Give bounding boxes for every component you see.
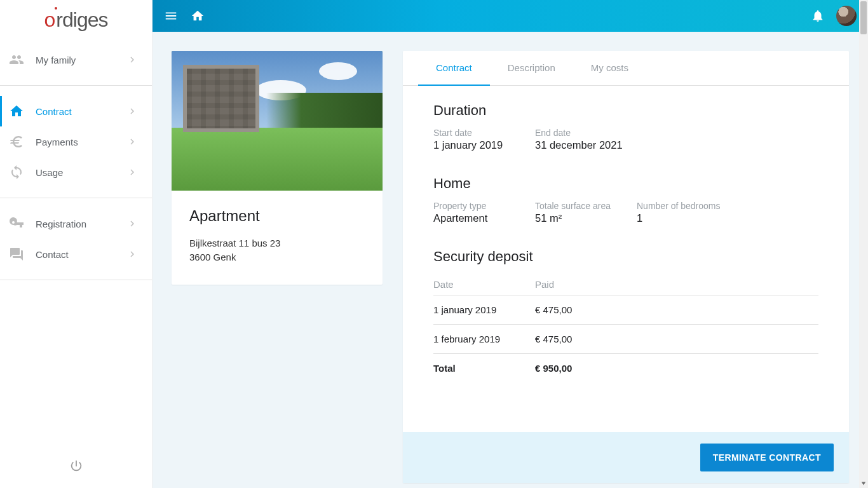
section-heading: Duration [433, 102, 818, 119]
chevron-right-icon [126, 248, 138, 260]
chat-icon [9, 247, 24, 262]
tabs: Contract Description My costs [403, 51, 849, 86]
field-value: 31 december 2021 [535, 139, 637, 151]
section-home: Home Property type Apartement Totale sur… [433, 175, 818, 229]
contract-panel: Contract Description My costs Duration S… [403, 51, 849, 483]
power-icon[interactable] [69, 459, 83, 473]
field-value: 51 m² [535, 212, 637, 224]
topbar [153, 0, 868, 32]
field-label: Property type [433, 201, 535, 211]
cell-total-value: € 950,00 [535, 354, 818, 383]
address-line: 3600 Genk [189, 250, 365, 264]
table-row: 1 february 2019 € 475,00 [433, 325, 818, 354]
chevron-right-icon [126, 54, 138, 65]
window-scrollbar[interactable] [859, 0, 868, 488]
section-duration: Duration Start date 1 january 2019 End d… [433, 102, 818, 156]
sidebar-item-label: Registration [36, 219, 126, 229]
cell-date: 1 february 2019 [433, 325, 535, 354]
sidebar-item-label: Usage [36, 167, 126, 178]
field-label: End date [535, 128, 637, 138]
section-deposit: Security deposit Date Paid 1 january 201… [433, 248, 818, 383]
avatar[interactable] [836, 6, 857, 26]
field-value: 1 january 2019 [433, 139, 535, 151]
section-heading: Home [433, 175, 818, 192]
bell-icon[interactable] [811, 9, 825, 23]
sidebar-item-payments[interactable]: Payments [0, 126, 152, 157]
chevron-right-icon [126, 218, 138, 229]
property-address: Bijlkestraat 11 bus 23 3600 Genk [189, 236, 365, 264]
key-icon [9, 216, 24, 231]
sidebar-item-contact[interactable]: Contact [0, 239, 152, 269]
home-icon [9, 104, 24, 119]
home-icon[interactable] [191, 9, 205, 23]
sidebar-item-usage[interactable]: Usage [0, 157, 152, 187]
field-label: Start date [433, 128, 535, 138]
field-value: 1 [637, 212, 738, 224]
sidebar-item-registration[interactable]: Registration [0, 208, 152, 239]
sidebar-item-label: My family [36, 55, 126, 65]
cell-date: 1 january 2019 [433, 295, 535, 325]
terminate-contract-button[interactable]: TERMINATE CONTRACT [700, 444, 834, 471]
table-row: 1 january 2019 € 475,00 [433, 295, 818, 325]
cell-total-label: Total [433, 354, 535, 383]
sidebar-item-label: Payments [36, 137, 126, 147]
chevron-right-icon [126, 136, 138, 147]
chevron-right-icon [126, 166, 138, 178]
brand-logo: ordiges [0, 0, 152, 39]
property-title: Apartment [189, 207, 365, 225]
cell-paid: € 475,00 [535, 295, 818, 325]
cell-paid: € 475,00 [535, 325, 818, 354]
address-line: Bijlkestraat 11 bus 23 [189, 236, 365, 250]
sidebar-item-label: Contract [36, 106, 126, 117]
property-image [172, 51, 383, 191]
loop-icon [9, 165, 24, 180]
field-value: Apartement [433, 212, 535, 224]
table-header-paid: Paid [535, 274, 818, 295]
field-label: Number of bedrooms [637, 201, 738, 211]
tab-description[interactable]: Description [490, 51, 573, 86]
tab-my-costs[interactable]: My costs [573, 51, 646, 86]
section-heading: Security deposit [433, 248, 818, 265]
chevron-right-icon [126, 105, 138, 117]
sidebar-item-contract[interactable]: Contract [0, 96, 152, 126]
main: Apartment Bijlkestraat 11 bus 23 3600 Ge… [153, 0, 868, 488]
tab-contract[interactable]: Contract [418, 51, 490, 86]
sidebar: ordiges My family Contract Payments [0, 0, 153, 488]
table-row-total: Total € 950,00 [433, 354, 818, 383]
panel-footer: TERMINATE CONTRACT [403, 432, 849, 483]
euro-icon [9, 134, 24, 149]
sidebar-item-label: Contact [36, 249, 126, 260]
sidebar-item-my-family[interactable]: My family [0, 44, 152, 75]
field-label: Totale surface area [535, 201, 637, 211]
property-card: Apartment Bijlkestraat 11 bus 23 3600 Ge… [172, 51, 383, 285]
deposit-table: Date Paid 1 january 2019 € 475,00 1 febr… [433, 274, 818, 383]
group-icon [9, 52, 24, 67]
table-header-date: Date [433, 274, 535, 295]
menu-icon[interactable] [164, 9, 178, 23]
